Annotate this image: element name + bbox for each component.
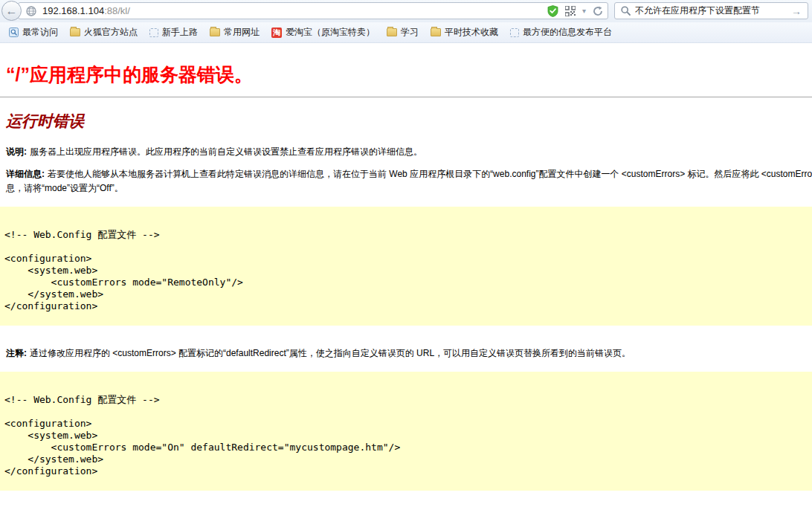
url-bar[interactable]: 192.168.1.104:88/kl/ ▾: [18, 2, 608, 19]
folder-icon: [70, 28, 80, 36]
folder-icon: [387, 28, 397, 36]
details-label: 详细信息:: [6, 169, 45, 179]
back-icon: ←: [6, 4, 18, 18]
qr-code-icon[interactable]: [565, 6, 576, 16]
bookmark-item[interactable]: 学习: [382, 24, 423, 41]
bookmark-item[interactable]: 平时技术收藏: [426, 24, 503, 41]
details-text-line1: 若要使他人能够从本地服务器计算机上查看此特定错误消息的详细信息，请在位于当前 W…: [48, 169, 812, 179]
browser-toolbar: ← 192.168.1.104:88/kl/: [0, 0, 812, 22]
bookmark-label: 平时技术收藏: [445, 26, 498, 39]
search-go-icon[interactable]: →: [791, 5, 802, 17]
details-text-line2: 息，请将“mode”设置为“Off”。: [6, 181, 812, 196]
bookmark-item[interactable]: 最方便的信息发布平台: [506, 24, 616, 41]
notes-label: 注释:: [6, 348, 27, 358]
back-button[interactable]: ←: [1, 1, 22, 21]
bookmark-item[interactable]: 新手上路: [145, 24, 202, 41]
bookmark-label: 学习: [401, 26, 419, 39]
url-path: :88/kl/: [104, 5, 130, 16]
description-label: 说明:: [6, 146, 27, 157]
code-remoteonly: <!-- Web.Config 配置文件 --> <configuration>…: [0, 207, 812, 326]
bookmark-item[interactable]: 最常访问: [4, 24, 62, 41]
security-shield-icon[interactable]: [547, 5, 558, 17]
web-config-example-remoteonly: <!-- Web.Config 配置文件 --> <configuration>…: [0, 207, 812, 326]
description-text: 服务器上出现应用程序错误。此应用程序的当前自定义错误设置禁止查看应用程序错误的详…: [30, 146, 422, 157]
details-paragraph: 详细信息:若要使他人能够从本地服务器计算机上查看此特定错误消息的详细信息，请在位…: [0, 167, 812, 196]
description-paragraph: 说明:服务器上出现应用程序错误。此应用程序的当前自定义错误设置禁止查看应用程序错…: [0, 145, 812, 159]
chevron-down-icon[interactable]: ▾: [582, 7, 586, 15]
bookmark-label: 最常访问: [22, 26, 58, 39]
url-host: 192.168.1.104: [42, 5, 104, 16]
bookmark-label: 爱淘宝（原淘宝特卖）: [286, 26, 375, 39]
search-bar[interactable]: →: [614, 2, 808, 19]
notes-paragraph: 注释:通过修改应用程序的 <customErrors> 配置标记的“defaul…: [0, 346, 812, 361]
page-title: “/”应用程序中的服务器错误。: [0, 43, 812, 87]
reload-icon[interactable]: [593, 6, 603, 16]
bookmarks-bar: 最常访问 火狐官方站点 新手上路 常用网址 淘 爱淘宝（原淘宝特卖） 学习 平时…: [0, 22, 812, 43]
default-favicon-icon: [149, 28, 158, 37]
runtime-error-subtitle: 运行时错误: [0, 97, 812, 132]
bookmark-item[interactable]: 火狐官方站点: [65, 24, 142, 41]
smart-folder-icon: [9, 28, 19, 37]
bookmark-item[interactable]: 淘 爱淘宝（原淘宝特卖）: [267, 24, 379, 41]
web-config-example-defaultredirect: <!-- Web.Config 配置文件 --> <configuration>…: [0, 372, 812, 491]
taobao-icon: 淘: [271, 28, 282, 38]
bookmark-label: 新手上路: [162, 26, 198, 39]
notes-text: 通过修改应用程序的 <customErrors> 配置标记的“defaultRe…: [30, 348, 631, 358]
bookmark-label: 最方便的信息发布平台: [523, 26, 612, 39]
search-input[interactable]: [635, 6, 791, 16]
code-defaultredirect: <!-- Web.Config 配置文件 --> <configuration>…: [0, 372, 812, 491]
bookmark-label: 常用网址: [224, 26, 260, 39]
bookmark-label: 火狐官方站点: [84, 26, 138, 39]
default-favicon-icon: [510, 28, 519, 37]
bookmark-item[interactable]: 常用网址: [205, 24, 264, 41]
folder-icon: [431, 28, 441, 36]
folder-icon: [210, 28, 220, 36]
search-icon: [621, 6, 631, 16]
globe-icon: [26, 6, 36, 16]
error-page: “/”应用程序中的服务器错误。 运行时错误 说明:服务器上出现应用程序错误。此应…: [0, 43, 812, 491]
